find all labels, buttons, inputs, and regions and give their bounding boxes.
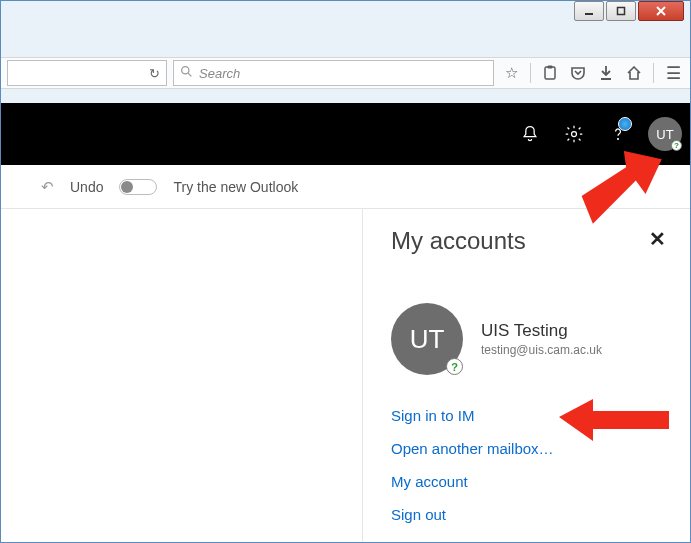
account-avatar-large[interactable]: UT ? xyxy=(391,303,463,375)
svg-rect-6 xyxy=(545,67,555,79)
presence-indicator: ? xyxy=(671,140,682,151)
menu-icon[interactable]: ☰ xyxy=(662,62,684,84)
panel-title: My accounts xyxy=(391,227,662,255)
my-account-link[interactable]: My account xyxy=(391,473,662,490)
settings-icon[interactable] xyxy=(552,103,596,165)
open-another-mailbox-link[interactable]: Open another mailbox… xyxy=(391,440,662,457)
presence-indicator: ? xyxy=(446,358,463,375)
account-text: UIS Testing testing@uis.cam.ac.uk xyxy=(481,321,602,357)
close-icon[interactable]: ✕ xyxy=(649,227,666,251)
avatar-initials: UT xyxy=(410,324,445,355)
account-summary: UT ? UIS Testing testing@uis.cam.ac.uk xyxy=(391,303,662,375)
try-outlook-toggle[interactable] xyxy=(119,179,157,195)
toolbar-divider xyxy=(530,63,531,83)
toolbar-divider xyxy=(653,63,654,83)
search-icon xyxy=(180,65,193,81)
undo-label[interactable]: Undo xyxy=(70,179,103,195)
bookmark-star-icon[interactable]: ☆ xyxy=(500,62,522,84)
app-toolbar: ↶ Undo Try the new Outlook xyxy=(1,165,690,209)
window-maximize-button[interactable] xyxy=(606,1,636,21)
clipboard-icon[interactable] xyxy=(539,62,561,84)
window-controls xyxy=(574,1,684,21)
window-close-button[interactable] xyxy=(638,1,684,21)
my-accounts-panel: My accounts ✕ UT ? UIS Testing testing@u… xyxy=(362,209,690,542)
try-outlook-label: Try the new Outlook xyxy=(173,179,298,195)
sign-in-im-link[interactable]: Sign in to IM xyxy=(391,407,662,424)
downloads-icon[interactable] xyxy=(595,62,617,84)
account-display-name: UIS Testing xyxy=(481,321,602,341)
sign-out-link[interactable]: Sign out xyxy=(391,506,662,523)
search-input[interactable]: Search xyxy=(173,60,494,86)
pocket-icon[interactable] xyxy=(567,62,589,84)
nav-toolbar: ↻ Search ☆ ☰ xyxy=(1,57,690,89)
spacer xyxy=(1,89,690,103)
window-minimize-button[interactable] xyxy=(574,1,604,21)
account-links: Sign in to IM Open another mailbox… My a… xyxy=(391,407,662,523)
svg-point-4 xyxy=(182,67,189,74)
reload-icon[interactable]: ↻ xyxy=(149,66,160,81)
url-bar[interactable]: ↻ xyxy=(7,60,167,86)
svg-point-8 xyxy=(572,132,577,137)
svg-line-5 xyxy=(188,73,191,76)
app-header: UT ? xyxy=(1,103,690,165)
account-email: testing@uis.cam.ac.uk xyxy=(481,343,602,357)
svg-rect-7 xyxy=(548,66,553,69)
undo-icon[interactable]: ↶ xyxy=(41,178,54,196)
help-icon[interactable] xyxy=(596,103,640,165)
search-placeholder: Search xyxy=(199,66,240,81)
notifications-icon[interactable] xyxy=(508,103,552,165)
home-icon[interactable] xyxy=(623,62,645,84)
svg-point-9 xyxy=(618,139,619,140)
avatar-initials: UT xyxy=(656,127,673,142)
svg-rect-1 xyxy=(618,8,625,15)
account-avatar[interactable]: UT ? xyxy=(648,117,682,151)
